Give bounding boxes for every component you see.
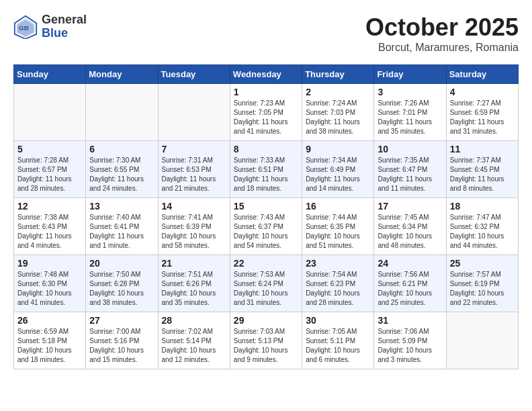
day-info: Sunrise: 7:57 AM Sunset: 6:19 PM Dayligh… bbox=[450, 270, 515, 308]
calendar-cell: 25Sunrise: 7:57 AM Sunset: 6:19 PM Dayli… bbox=[446, 255, 518, 312]
calendar-week-row: 26Sunrise: 6:59 AM Sunset: 5:18 PM Dayli… bbox=[14, 312, 519, 369]
day-number: 8 bbox=[234, 144, 298, 154]
day-info: Sunrise: 7:38 AM Sunset: 6:43 PM Dayligh… bbox=[17, 213, 82, 250]
calendar-cell: 22Sunrise: 7:53 AM Sunset: 6:24 PM Dayli… bbox=[230, 255, 302, 312]
calendar-cell: 20Sunrise: 7:50 AM Sunset: 6:28 PM Dayli… bbox=[86, 255, 158, 312]
day-number: 16 bbox=[306, 201, 370, 212]
calendar-cell: 26Sunrise: 6:59 AM Sunset: 5:18 PM Dayli… bbox=[14, 312, 86, 369]
day-info: Sunrise: 7:56 AM Sunset: 6:21 PM Dayligh… bbox=[378, 270, 442, 308]
day-info: Sunrise: 7:45 AM Sunset: 6:34 PM Dayligh… bbox=[378, 213, 442, 250]
day-number: 2 bbox=[306, 87, 370, 97]
calendar-cell: 11Sunrise: 7:37 AM Sunset: 6:45 PM Dayli… bbox=[446, 141, 518, 198]
day-info: Sunrise: 7:24 AM Sunset: 7:03 PM Dayligh… bbox=[306, 99, 370, 136]
calendar-week-row: 5Sunrise: 7:28 AM Sunset: 6:57 PM Daylig… bbox=[14, 141, 519, 198]
day-info: Sunrise: 7:44 AM Sunset: 6:35 PM Dayligh… bbox=[306, 213, 370, 250]
logo-text: General Blue bbox=[42, 13, 87, 40]
day-number: 13 bbox=[89, 201, 154, 212]
calendar-cell: 31Sunrise: 7:06 AM Sunset: 5:09 PM Dayli… bbox=[374, 312, 446, 369]
day-info: Sunrise: 7:23 AM Sunset: 7:05 PM Dayligh… bbox=[234, 99, 298, 136]
day-info: Sunrise: 7:47 AM Sunset: 6:32 PM Dayligh… bbox=[450, 213, 515, 250]
day-number: 1 bbox=[234, 87, 298, 97]
day-number: 27 bbox=[89, 315, 154, 326]
location: Borcut, Maramures, Romania bbox=[365, 42, 519, 54]
day-number: 4 bbox=[450, 87, 515, 97]
logo-blue: Blue bbox=[42, 27, 87, 40]
day-info: Sunrise: 7:33 AM Sunset: 6:51 PM Dayligh… bbox=[234, 156, 298, 193]
day-info: Sunrise: 7:26 AM Sunset: 7:01 PM Dayligh… bbox=[378, 99, 442, 136]
calendar-cell: 27Sunrise: 7:00 AM Sunset: 5:16 PM Dayli… bbox=[86, 312, 158, 369]
calendar-table: SundayMondayTuesdayWednesdayThursdayFrid… bbox=[13, 64, 519, 369]
day-number: 10 bbox=[378, 144, 442, 154]
day-number: 9 bbox=[306, 144, 370, 154]
day-number: 28 bbox=[162, 315, 226, 326]
day-number: 18 bbox=[450, 201, 515, 212]
day-info: Sunrise: 7:54 AM Sunset: 6:23 PM Dayligh… bbox=[306, 270, 370, 308]
calendar-cell: 17Sunrise: 7:45 AM Sunset: 6:34 PM Dayli… bbox=[374, 198, 446, 255]
day-number: 7 bbox=[162, 144, 226, 154]
logo-icon: GB bbox=[13, 15, 38, 39]
calendar-cell: 18Sunrise: 7:47 AM Sunset: 6:32 PM Dayli… bbox=[446, 198, 518, 255]
logo-general: General bbox=[42, 13, 87, 27]
day-number: 26 bbox=[17, 315, 82, 326]
calendar-cell bbox=[158, 84, 230, 141]
calendar-cell: 19Sunrise: 7:48 AM Sunset: 6:30 PM Dayli… bbox=[14, 255, 86, 312]
calendar-cell: 4Sunrise: 7:27 AM Sunset: 6:59 PM Daylig… bbox=[446, 84, 518, 141]
day-number: 6 bbox=[89, 144, 154, 154]
day-number: 25 bbox=[450, 258, 515, 269]
calendar-cell: 29Sunrise: 7:03 AM Sunset: 5:13 PM Dayli… bbox=[230, 312, 302, 369]
day-info: Sunrise: 7:48 AM Sunset: 6:30 PM Dayligh… bbox=[17, 270, 82, 308]
weekday-header: Sunday bbox=[14, 65, 86, 84]
calendar-cell: 23Sunrise: 7:54 AM Sunset: 6:23 PM Dayli… bbox=[302, 255, 374, 312]
calendar-cell: 2Sunrise: 7:24 AM Sunset: 7:03 PM Daylig… bbox=[302, 84, 374, 141]
day-number: 17 bbox=[378, 201, 442, 212]
weekday-header: Monday bbox=[86, 65, 158, 84]
weekday-header: Friday bbox=[374, 65, 446, 84]
day-number: 15 bbox=[234, 201, 298, 212]
day-info: Sunrise: 7:06 AM Sunset: 5:09 PM Dayligh… bbox=[378, 327, 442, 365]
calendar-cell: 13Sunrise: 7:40 AM Sunset: 6:41 PM Dayli… bbox=[86, 198, 158, 255]
calendar-cell: 1Sunrise: 7:23 AM Sunset: 7:05 PM Daylig… bbox=[230, 84, 302, 141]
day-info: Sunrise: 7:30 AM Sunset: 6:55 PM Dayligh… bbox=[89, 156, 154, 193]
day-info: Sunrise: 7:41 AM Sunset: 6:39 PM Dayligh… bbox=[162, 213, 226, 250]
logo: GB General Blue bbox=[13, 13, 87, 40]
calendar-cell: 21Sunrise: 7:51 AM Sunset: 6:26 PM Dayli… bbox=[158, 255, 230, 312]
title-block: October 2025 Borcut, Maramures, Romania bbox=[365, 13, 519, 54]
day-number: 23 bbox=[306, 258, 370, 269]
calendar-cell: 16Sunrise: 7:44 AM Sunset: 6:35 PM Dayli… bbox=[302, 198, 374, 255]
day-info: Sunrise: 7:34 AM Sunset: 6:49 PM Dayligh… bbox=[306, 156, 370, 193]
calendar-cell: 6Sunrise: 7:30 AM Sunset: 6:55 PM Daylig… bbox=[86, 141, 158, 198]
day-number: 24 bbox=[378, 258, 442, 269]
calendar-cell: 5Sunrise: 7:28 AM Sunset: 6:57 PM Daylig… bbox=[14, 141, 86, 198]
day-info: Sunrise: 7:50 AM Sunset: 6:28 PM Dayligh… bbox=[89, 270, 154, 308]
svg-text:GB: GB bbox=[19, 24, 29, 32]
day-info: Sunrise: 7:28 AM Sunset: 6:57 PM Dayligh… bbox=[17, 156, 82, 193]
day-number: 19 bbox=[17, 258, 82, 269]
day-info: Sunrise: 7:05 AM Sunset: 5:11 PM Dayligh… bbox=[306, 327, 370, 365]
calendar-cell bbox=[446, 312, 518, 369]
day-info: Sunrise: 7:35 AM Sunset: 6:47 PM Dayligh… bbox=[378, 156, 442, 193]
day-info: Sunrise: 7:53 AM Sunset: 6:24 PM Dayligh… bbox=[234, 270, 298, 308]
day-number: 29 bbox=[234, 315, 298, 326]
calendar-cell: 12Sunrise: 7:38 AM Sunset: 6:43 PM Dayli… bbox=[14, 198, 86, 255]
day-number: 5 bbox=[17, 144, 82, 154]
day-info: Sunrise: 7:02 AM Sunset: 5:14 PM Dayligh… bbox=[162, 327, 226, 365]
calendar-cell: 8Sunrise: 7:33 AM Sunset: 6:51 PM Daylig… bbox=[230, 141, 302, 198]
calendar-cell: 30Sunrise: 7:05 AM Sunset: 5:11 PM Dayli… bbox=[302, 312, 374, 369]
calendar-cell: 15Sunrise: 7:43 AM Sunset: 6:37 PM Dayli… bbox=[230, 198, 302, 255]
day-info: Sunrise: 7:43 AM Sunset: 6:37 PM Dayligh… bbox=[234, 213, 298, 250]
day-number: 3 bbox=[378, 87, 442, 97]
weekday-header: Saturday bbox=[446, 65, 518, 84]
calendar-cell: 24Sunrise: 7:56 AM Sunset: 6:21 PM Dayli… bbox=[374, 255, 446, 312]
calendar-week-row: 19Sunrise: 7:48 AM Sunset: 6:30 PM Dayli… bbox=[14, 255, 519, 312]
day-number: 14 bbox=[162, 201, 226, 212]
day-info: Sunrise: 7:03 AM Sunset: 5:13 PM Dayligh… bbox=[234, 327, 298, 365]
calendar-week-row: 12Sunrise: 7:38 AM Sunset: 6:43 PM Dayli… bbox=[14, 198, 519, 255]
day-number: 30 bbox=[306, 315, 370, 326]
day-info: Sunrise: 7:40 AM Sunset: 6:41 PM Dayligh… bbox=[89, 213, 154, 250]
month-title: October 2025 bbox=[365, 13, 519, 42]
calendar-cell: 10Sunrise: 7:35 AM Sunset: 6:47 PM Dayli… bbox=[374, 141, 446, 198]
day-info: Sunrise: 7:31 AM Sunset: 6:53 PM Dayligh… bbox=[162, 156, 226, 193]
day-number: 22 bbox=[234, 258, 298, 269]
calendar-cell: 7Sunrise: 7:31 AM Sunset: 6:53 PM Daylig… bbox=[158, 141, 230, 198]
weekday-header: Thursday bbox=[302, 65, 374, 84]
